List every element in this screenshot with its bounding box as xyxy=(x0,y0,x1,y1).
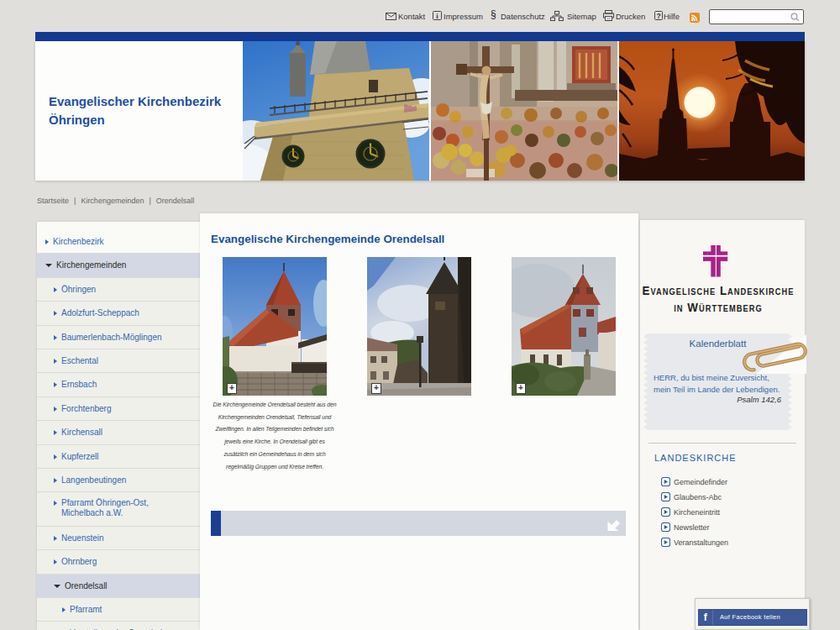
svg-text:?: ? xyxy=(656,12,660,20)
svg-text:i: i xyxy=(436,12,438,20)
